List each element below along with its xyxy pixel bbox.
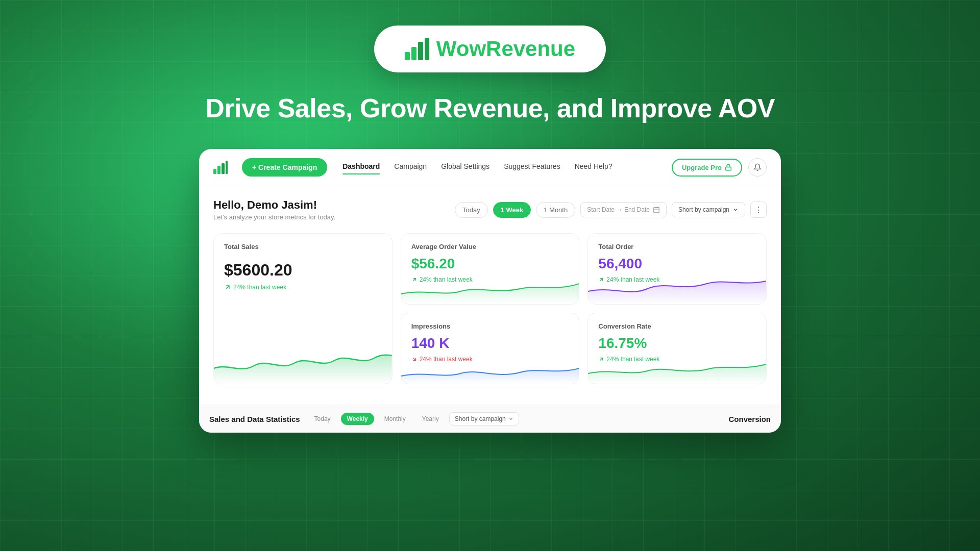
metric-card-total-order: Total Order 56,400 24% than last week xyxy=(587,233,767,305)
filter-1month-button[interactable]: 1 Month xyxy=(536,202,575,218)
logo-text-green: Revenue xyxy=(486,37,575,61)
stats-yearly-button[interactable]: Yearly xyxy=(416,413,445,425)
svg-rect-4 xyxy=(213,169,216,174)
stats-weekly-button[interactable]: Weekly xyxy=(341,413,374,425)
total-order-label: Total Order xyxy=(598,243,756,251)
nav-bar: + Create Campaign Dashboard Campaign Glo… xyxy=(199,149,781,186)
logo-pill: WowRevenue xyxy=(374,26,606,72)
nav-link-suggest-features[interactable]: Suggest Features xyxy=(504,162,560,172)
filter-row: Today 1 Week 1 Month Start Date → End Da… xyxy=(455,202,767,218)
svg-rect-3 xyxy=(425,38,429,60)
conversion-title: Conversion xyxy=(728,415,771,423)
hero-tagline: Drive Sales, Grow Revenue, and Improve A… xyxy=(205,93,775,123)
stats-right-section: Conversion xyxy=(728,415,771,423)
svg-rect-5 xyxy=(217,166,220,174)
conversion-rate-value: 16.75% xyxy=(598,335,756,352)
stats-left-section: Sales and Data Statistics Today Weekly M… xyxy=(209,412,519,425)
greeting-title: Hello, Demo Jasim! xyxy=(213,198,335,212)
filter-today-button[interactable]: Today xyxy=(455,202,488,218)
bottom-stats-row: Sales and Data Statistics Today Weekly M… xyxy=(199,405,781,433)
stats-today-button[interactable]: Today xyxy=(308,413,337,425)
logo-icon xyxy=(405,38,429,60)
content-wrapper: WowRevenue Drive Sales, Grow Revenue, an… xyxy=(0,0,980,551)
upgrade-pro-label: Upgrade Pro xyxy=(682,164,722,171)
greeting: Hello, Demo Jasim! Let's analyze your st… xyxy=(213,198,335,221)
sales-stats-title: Sales and Data Statistics xyxy=(209,415,300,423)
aov-value: $56.20 xyxy=(411,256,569,272)
conversion-rate-label: Conversion Rate xyxy=(598,322,756,330)
total-sales-change: 24% than last week xyxy=(224,284,382,291)
nav-link-dashboard[interactable]: Dashboard xyxy=(342,162,380,172)
dashboard-card: + Create Campaign Dashboard Campaign Glo… xyxy=(199,149,781,433)
stats-filter-buttons: Today Weekly Monthly Yearly Short by cam… xyxy=(308,412,519,425)
more-options-button[interactable]: ⋮ xyxy=(750,202,767,218)
sort-label: Short by campaign xyxy=(678,206,729,213)
impressions-label: Impressions xyxy=(411,322,569,330)
stats-sort-dropdown[interactable]: Short by campaign xyxy=(449,412,519,425)
logo-text-black: Wow xyxy=(436,37,486,61)
svg-rect-1 xyxy=(411,47,416,60)
create-campaign-button[interactable]: + Create Campaign xyxy=(242,158,327,177)
svg-rect-2 xyxy=(418,42,423,60)
dashboard-body: Hello, Demo Jasim! Let's analyze your st… xyxy=(199,186,781,405)
filter-1week-button[interactable]: 1 Week xyxy=(493,202,531,218)
nav-logo xyxy=(213,161,228,174)
nav-right: Upgrade Pro xyxy=(672,158,767,177)
notification-bell-button[interactable] xyxy=(748,158,767,177)
metric-card-impressions: Impressions 140 K 24% than last week xyxy=(401,313,580,384)
metric-card-total-sales: Total Sales $5600.20 24% than last week xyxy=(213,233,393,384)
stats-sort-label: Short by campaign xyxy=(455,415,506,422)
date-range-input[interactable]: Start Date → End Date xyxy=(580,202,667,217)
total-sales-value: $5600.20 xyxy=(224,261,382,280)
stats-monthly-button[interactable]: Monthly xyxy=(378,413,412,425)
metric-card-aov: Average Order Value $56.20 24% than last… xyxy=(401,233,580,305)
total-order-value: 56,400 xyxy=(598,256,756,272)
date-range-text: Start Date → End Date xyxy=(587,206,650,213)
nav-links: Dashboard Campaign Global Settings Sugge… xyxy=(342,162,662,172)
sort-dropdown[interactable]: Short by campaign xyxy=(672,202,745,217)
upgrade-pro-button[interactable]: Upgrade Pro xyxy=(672,159,742,177)
svg-rect-8 xyxy=(726,167,731,170)
logo-text: WowRevenue xyxy=(436,37,575,61)
greeting-row: Hello, Demo Jasim! Let's analyze your st… xyxy=(213,198,767,221)
nav-link-global-settings[interactable]: Global Settings xyxy=(441,162,489,172)
nav-link-need-help[interactable]: Need Help? xyxy=(575,162,612,172)
aov-label: Average Order Value xyxy=(411,243,569,251)
total-sales-label: Total Sales xyxy=(224,243,382,251)
impressions-value: 140 K xyxy=(411,335,569,352)
svg-rect-9 xyxy=(654,207,659,213)
svg-rect-6 xyxy=(222,163,225,174)
metric-card-conversion-rate: Conversion Rate 16.75% 24% than last wee… xyxy=(587,313,767,384)
svg-rect-7 xyxy=(226,161,228,174)
svg-rect-0 xyxy=(405,52,410,60)
greeting-subtitle: Let's analyze your store metrics for tod… xyxy=(213,213,335,221)
nav-link-campaign[interactable]: Campaign xyxy=(394,162,427,172)
metrics-grid: Total Sales $5600.20 24% than last week xyxy=(213,233,767,384)
